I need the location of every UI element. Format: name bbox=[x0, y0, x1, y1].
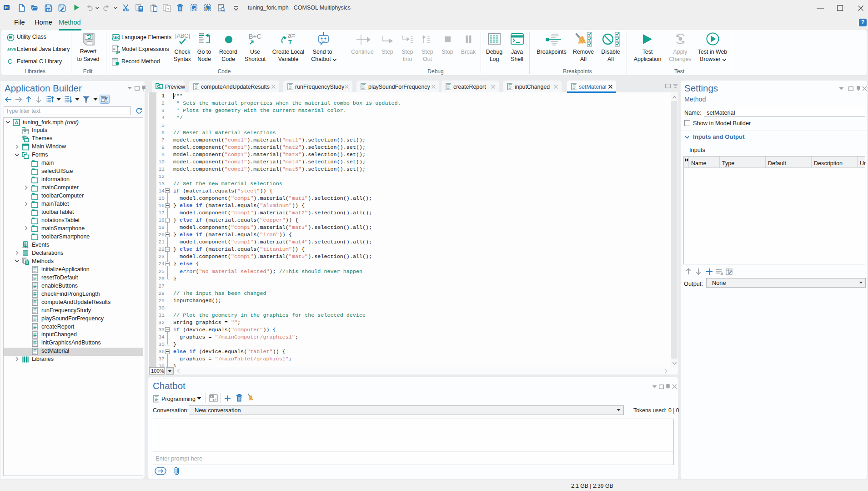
svg-text:A: A bbox=[15, 120, 18, 125]
svg-text:T: T bbox=[288, 39, 292, 45]
svg-text:ABC: ABC bbox=[112, 35, 120, 40]
svg-text:[ABC]: [ABC] bbox=[175, 33, 190, 39]
svg-text:B+C: B+C bbox=[249, 33, 262, 40]
svg-text:a=: a= bbox=[288, 32, 295, 39]
svg-text:a=: a= bbox=[116, 50, 120, 54]
